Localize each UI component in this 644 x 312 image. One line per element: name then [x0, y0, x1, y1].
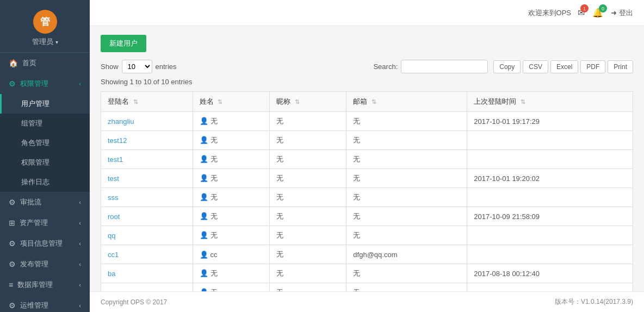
cell-name: 👤无 [193, 188, 269, 207]
sidebar-item-perm-mgmt-label: 权限管理 [21, 158, 49, 167]
cell-email: 无 [346, 226, 467, 245]
cell-name: 👤无 [193, 112, 269, 131]
cell-last-login: 2017-10-01 19:17:29 [467, 112, 633, 131]
content-area: 新建用户 Show 10 25 50 100 entries Search: [90, 26, 644, 291]
cell-username: test [101, 169, 193, 188]
sidebar-avatar-section: 管 管理员 ▾ [0, 0, 90, 53]
username-link[interactable]: ba [108, 270, 115, 278]
data-table: 登陆名 ⇅ 姓名 ⇅ 昵称 ⇅ 邮箱 ⇅ 上次登陆时间 ⇅ zhangliu👤无… [101, 91, 633, 291]
table-row: sss👤无无无 [101, 188, 633, 207]
version: 版本号：V1.0.14(2017.3.9) [555, 297, 633, 307]
sidebar-item-ops[interactable]: ⚙ 运维管理 ‹ [0, 295, 90, 312]
cell-email: 无 [346, 112, 467, 131]
table-row: aaa👤无无无 [101, 283, 633, 292]
cell-last-login [467, 226, 633, 245]
sidebar-item-group-mgmt[interactable]: 组管理 [0, 114, 90, 133]
project-icon: ⚙ [9, 239, 16, 248]
user-icon: 👤 [200, 231, 208, 239]
sidebar-item-perm-mgmt[interactable]: 权限管理 [0, 153, 90, 172]
sidebar-item-home-label: 首页 [22, 58, 36, 68]
publish-chevron-icon: ‹ [79, 261, 81, 267]
admin-label[interactable]: 管理员 ▾ [32, 37, 58, 47]
entries-info: Showing 1 to 10 of 10 entries [101, 78, 633, 86]
show-label: Show [101, 63, 119, 71]
table-body: zhangliu👤无无无2017-10-01 19:17:29test12👤无无… [101, 112, 633, 292]
logout-button[interactable]: ➜ 登出 [611, 8, 633, 18]
entries-select[interactable]: 10 25 50 100 [122, 60, 152, 73]
cell-email: 无 [346, 207, 467, 226]
col-username[interactable]: 登陆名 ⇅ [101, 92, 193, 112]
user-icon: 👤 [200, 136, 208, 144]
col-last-login[interactable]: 上次登陆时间 ⇅ [467, 92, 633, 112]
assets-icon: ⊞ [9, 219, 15, 227]
username-link[interactable]: sss [108, 194, 119, 202]
sort-icon-email: ⇅ [371, 98, 376, 105]
ops-chevron-icon: ‹ [79, 302, 81, 309]
sidebar-item-op-log[interactable]: 操作日志 [0, 172, 90, 192]
sidebar-item-project[interactable]: ⚙ 项目信息管理 ‹ [0, 233, 90, 254]
data-chevron-icon: ‹ [79, 282, 81, 288]
sidebar-item-role-mgmt-label: 角色管理 [21, 138, 49, 148]
cell-name: 👤无 [193, 207, 269, 226]
cell-username: sss [101, 188, 193, 207]
col-name[interactable]: 姓名 ⇅ [193, 92, 269, 112]
col-email[interactable]: 邮箱 ⇅ [346, 92, 467, 112]
sidebar-item-approval[interactable]: ⚙ 审批流 ‹ [0, 192, 90, 213]
excel-button[interactable]: Excel [550, 60, 578, 73]
username-link[interactable]: cc1 [108, 251, 119, 259]
sidebar-item-home[interactable]: 🏠 首页 [0, 53, 90, 73]
table-controls: Show 10 25 50 100 entries Search: Copy C… [101, 60, 633, 73]
username-link[interactable]: qq [108, 232, 115, 240]
print-button[interactable]: Print [608, 60, 633, 73]
cell-username: aaa [101, 283, 193, 292]
username-link[interactable]: root [108, 213, 120, 221]
sidebar-item-publish[interactable]: ⚙ 发布管理 ‹ [0, 254, 90, 274]
sidebar-item-assets[interactable]: ⊞ 资产管理 ‹ [0, 213, 90, 233]
ops-icon: ⚙ [9, 301, 16, 310]
username-link[interactable]: zhangliu [108, 117, 134, 126]
sidebar-item-data[interactable]: ≡ 数据库管理 ‹ [0, 274, 90, 295]
access-submenu: 用户管理 组管理 角色管理 权限管理 操作日志 [0, 94, 90, 192]
cell-nickname: 无 [269, 188, 346, 207]
search-input[interactable] [401, 60, 488, 73]
pdf-button[interactable]: PDF [580, 60, 605, 73]
cell-username: cc1 [101, 245, 193, 264]
cell-name: 👤无 [193, 226, 269, 245]
project-chevron-icon: ‹ [79, 240, 81, 247]
access-icon: ⚙ [9, 79, 16, 88]
username-link[interactable]: test [108, 174, 119, 183]
approval-chevron-icon: ‹ [79, 199, 81, 205]
cell-username: test12 [101, 131, 193, 150]
export-buttons: Copy CSV Excel PDF Print [493, 60, 633, 73]
logout-arrow-icon: ➜ [611, 9, 617, 17]
sidebar-item-access[interactable]: ⚙ 权限管理 ‹ [0, 73, 90, 94]
copy-button[interactable]: Copy [493, 60, 521, 73]
col-nickname[interactable]: 昵称 ⇅ [269, 92, 346, 112]
sort-icon-username: ⇅ [133, 98, 138, 105]
sidebar-item-publish-label: 发布管理 [20, 259, 48, 269]
csv-button[interactable]: CSV [523, 60, 548, 73]
search-label: Search: [373, 63, 398, 71]
new-user-button[interactable]: 新建用户 [101, 35, 146, 52]
cell-name: 👤cc [193, 245, 269, 264]
sidebar-item-user-mgmt[interactable]: 用户管理 [0, 94, 90, 114]
search-area: Search: [373, 60, 488, 73]
username-link[interactable]: test12 [108, 136, 127, 145]
cell-email: 无 [346, 188, 467, 207]
sidebar-menu: 🏠 首页 ⚙ 权限管理 ‹ 用户管理 组管理 角色管理 权限管理 操作日志 [0, 53, 90, 312]
message-icon-btn[interactable]: ✉ 1 [578, 8, 585, 18]
sidebar-item-assets-label: 资产管理 [20, 218, 48, 228]
cell-nickname: 无 [269, 226, 346, 245]
sidebar-item-role-mgmt[interactable]: 角色管理 [0, 133, 90, 153]
username-link[interactable]: test1 [108, 155, 123, 164]
bell-icon-btn[interactable]: 🔔 0 [592, 8, 603, 18]
assets-chevron-icon: ‹ [79, 220, 81, 226]
logout-label: 登出 [619, 8, 633, 18]
cell-nickname: 无 [269, 283, 346, 292]
publish-icon: ⚙ [9, 260, 16, 269]
user-icon: 👤 [200, 251, 208, 259]
access-chevron-icon: ‹ [79, 80, 81, 87]
sort-icon-nickname: ⇅ [295, 98, 300, 105]
cell-name: 👤无 [193, 264, 269, 283]
cell-email: 无 [346, 169, 467, 188]
